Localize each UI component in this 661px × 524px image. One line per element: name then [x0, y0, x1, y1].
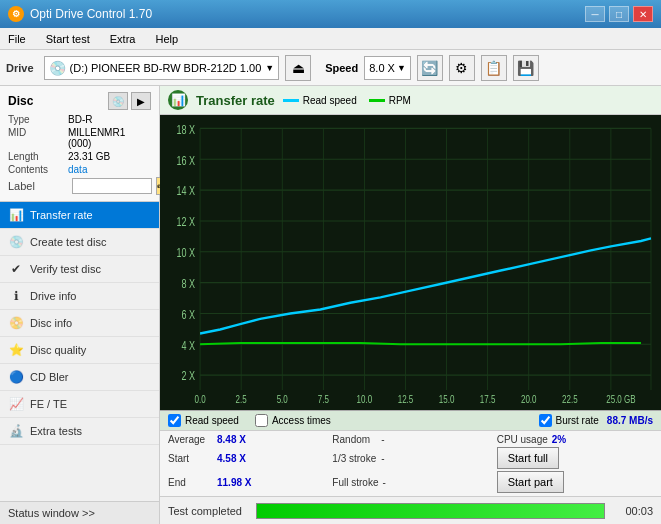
fe-te-icon: 📈 — [8, 396, 24, 412]
menu-start-test[interactable]: Start test — [42, 32, 94, 46]
chart-icon: 📊 — [168, 90, 188, 110]
stat-random-row: Random - — [332, 434, 488, 445]
svg-text:14 X: 14 X — [177, 184, 196, 198]
stat-random-val: - — [381, 434, 384, 445]
disc-type-key: Type — [8, 114, 68, 125]
drive-info-icon: ℹ — [8, 288, 24, 304]
disc-length-key: Length — [8, 151, 68, 162]
stat-start-full-row: Start full — [497, 447, 653, 469]
main-content: Disc 💿 ▶ Type BD-R MID MILLENMR1 (000) L… — [0, 86, 661, 524]
stat-end-key: End — [168, 477, 213, 488]
toolbar: Drive 💿 (D:) PIONEER BD-RW BDR-212D 1.00… — [0, 50, 661, 86]
legend-rpm: RPM — [369, 95, 411, 106]
disc-icon-buttons: 💿 ▶ — [108, 92, 151, 110]
save-button[interactable]: 💾 — [513, 55, 539, 81]
rpm-label: RPM — [389, 95, 411, 106]
stat-start-part-row: Start part — [497, 471, 653, 493]
menu-file[interactable]: File — [4, 32, 30, 46]
drive-selector[interactable]: 💿 (D:) PIONEER BD-RW BDR-212D 1.00 ▼ — [44, 56, 280, 80]
copy-button[interactable]: 📋 — [481, 55, 507, 81]
burst-rate-checkbox[interactable] — [539, 414, 552, 427]
stat-full-stroke-key: Full stroke — [332, 477, 378, 488]
read-speed-color — [283, 99, 299, 102]
minimize-button[interactable]: ─ — [585, 6, 605, 22]
disc-mid-val: MILLENMR1 (000) — [68, 127, 151, 149]
verify-test-disc-icon: ✔ — [8, 261, 24, 277]
app-title: Opti Drive Control 1.70 — [30, 7, 152, 21]
access-times-checkbox-label: Access times — [272, 415, 331, 426]
burst-rate-checkbox-item[interactable]: Burst rate 88.7 MB/s — [539, 414, 654, 427]
close-button[interactable]: ✕ — [633, 6, 653, 22]
nav-item-label: Disc info — [30, 317, 72, 329]
bottom-bar: Test completed 00:03 — [160, 496, 661, 524]
disc-label-key: Label — [8, 180, 68, 192]
stat-cpu-val: 2% — [552, 434, 566, 445]
settings-button[interactable]: ⚙ — [449, 55, 475, 81]
app-icon: ⚙ — [8, 6, 24, 22]
nav-item-create-test-disc[interactable]: 💿 Create test disc — [0, 229, 159, 256]
start-full-button[interactable]: Start full — [497, 447, 559, 469]
chart-panel: 📊 Transfer rate Read speed RPM — [160, 86, 661, 524]
svg-text:20.0: 20.0 — [521, 393, 537, 405]
nav-item-transfer-rate[interactable]: 📊 Transfer rate — [0, 202, 159, 229]
disc-length-val: 23.31 GB — [68, 151, 110, 162]
disc-info-icon: 📀 — [8, 315, 24, 331]
speed-selector[interactable]: 8.0 X ▼ — [364, 56, 411, 80]
access-times-checkbox[interactable] — [255, 414, 268, 427]
svg-text:12.5: 12.5 — [398, 393, 414, 405]
nav-item-label: Drive info — [30, 290, 76, 302]
extra-tests-icon: 🔬 — [8, 423, 24, 439]
nav-item-verify-test-disc[interactable]: ✔ Verify test disc — [0, 256, 159, 283]
svg-text:7.5: 7.5 — [318, 393, 329, 405]
nav-item-extra-tests[interactable]: 🔬 Extra tests — [0, 418, 159, 445]
rpm-color — [369, 99, 385, 102]
progress-bar-container — [256, 503, 605, 519]
sidebar: Disc 💿 ▶ Type BD-R MID MILLENMR1 (000) L… — [0, 86, 160, 524]
nav-item-disc-quality[interactable]: ⭐ Disc quality — [0, 337, 159, 364]
disc-contents-key: Contents — [8, 164, 68, 175]
eject-button[interactable]: ⏏ — [285, 55, 311, 81]
refresh-button[interactable]: 🔄 — [417, 55, 443, 81]
stats-panel: Average 8.48 X Random - CPU usage 2% Sta… — [160, 430, 661, 496]
nav-menu: 📊 Transfer rate 💿 Create test disc ✔ Ver… — [0, 202, 159, 501]
disc-mid-row: MID MILLENMR1 (000) — [8, 127, 151, 149]
access-times-checkbox-item[interactable]: Access times — [255, 414, 331, 427]
svg-text:22.5: 22.5 — [562, 393, 578, 405]
cd-bler-icon: 🔵 — [8, 369, 24, 385]
nav-item-label: Transfer rate — [30, 209, 93, 221]
title-bar: ⚙ Opti Drive Control 1.70 ─ □ ✕ — [0, 0, 661, 28]
read-speed-checkbox-item[interactable]: Read speed — [168, 414, 239, 427]
chart-footer: Read speed Access times Burst rate 88.7 … — [160, 410, 661, 430]
disc-mid-key: MID — [8, 127, 68, 149]
stat-full-stroke-val: - — [382, 477, 385, 488]
stat-end-row: End 11.98 X — [168, 471, 324, 493]
progress-bar — [257, 504, 604, 518]
maximize-button[interactable]: □ — [609, 6, 629, 22]
menu-extra[interactable]: Extra — [106, 32, 140, 46]
chart-title: Transfer rate — [196, 93, 275, 108]
disc-icon-1[interactable]: 💿 — [108, 92, 128, 110]
disc-icon-2[interactable]: ▶ — [131, 92, 151, 110]
nav-item-cd-bler[interactable]: 🔵 CD Bler — [0, 364, 159, 391]
read-speed-checkbox[interactable] — [168, 414, 181, 427]
disc-panel: Disc 💿 ▶ Type BD-R MID MILLENMR1 (000) L… — [0, 86, 159, 202]
menu-help[interactable]: Help — [151, 32, 182, 46]
svg-text:6 X: 6 X — [182, 307, 196, 321]
create-test-disc-icon: 💿 — [8, 234, 24, 250]
status-text: Test completed — [168, 505, 248, 517]
chart-header: 📊 Transfer rate Read speed RPM — [160, 86, 661, 115]
nav-item-disc-info[interactable]: 📀 Disc info — [0, 310, 159, 337]
stat-random-key: Random — [332, 434, 377, 445]
speed-value: 8.0 X — [369, 62, 395, 74]
status-window-label: Status window >> — [8, 507, 95, 519]
disc-contents-val: data — [68, 164, 87, 175]
start-part-button[interactable]: Start part — [497, 471, 564, 493]
svg-text:15.0: 15.0 — [439, 393, 455, 405]
drive-label: Drive — [6, 62, 34, 74]
stat-average-key: Average — [168, 434, 213, 445]
nav-item-drive-info[interactable]: ℹ Drive info — [0, 283, 159, 310]
stat-1-3-stroke-row: 1/3 stroke - — [332, 447, 488, 469]
label-input[interactable] — [72, 178, 152, 194]
nav-item-fe-te[interactable]: 📈 FE / TE — [0, 391, 159, 418]
status-window-button[interactable]: Status window >> — [0, 501, 159, 524]
